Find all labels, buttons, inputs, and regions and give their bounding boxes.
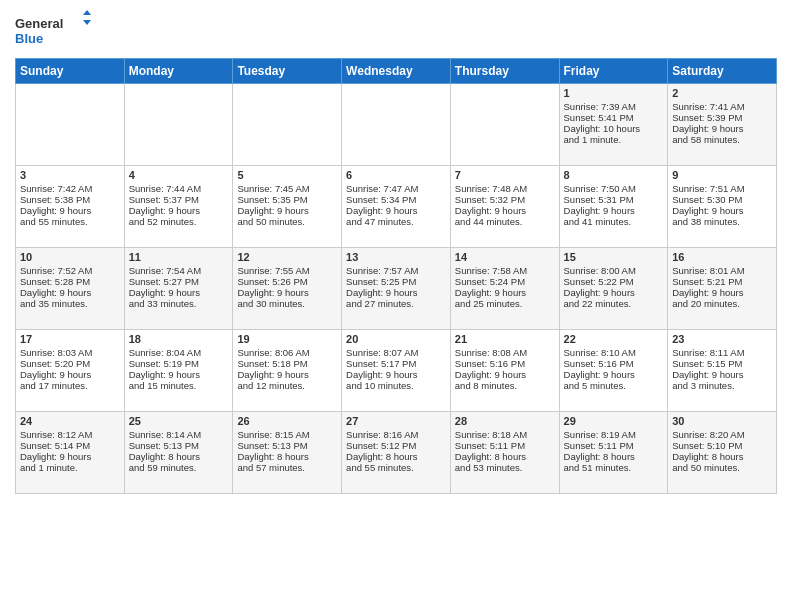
day-info-line: Sunrise: 8:07 AM [346, 347, 446, 358]
day-info-line: and 44 minutes. [455, 216, 555, 227]
day-info-line: and 57 minutes. [237, 462, 337, 473]
day-number: 29 [564, 415, 664, 427]
calendar-cell: 4Sunrise: 7:44 AMSunset: 5:37 PMDaylight… [124, 166, 233, 248]
day-info-line: Daylight: 9 hours [564, 287, 664, 298]
day-info-line: Daylight: 9 hours [672, 205, 772, 216]
calendar-cell [233, 84, 342, 166]
day-info-line: Sunrise: 8:10 AM [564, 347, 664, 358]
day-number: 18 [129, 333, 229, 345]
calendar-week-row: 3Sunrise: 7:42 AMSunset: 5:38 PMDaylight… [16, 166, 777, 248]
day-info-line: and 50 minutes. [672, 462, 772, 473]
weekday-header-row: SundayMondayTuesdayWednesdayThursdayFrid… [16, 59, 777, 84]
day-info-line: Sunrise: 7:48 AM [455, 183, 555, 194]
day-info-line: Daylight: 9 hours [346, 287, 446, 298]
weekday-header: Sunday [16, 59, 125, 84]
day-info-line: Daylight: 9 hours [237, 287, 337, 298]
day-number: 4 [129, 169, 229, 181]
calendar-cell: 6Sunrise: 7:47 AMSunset: 5:34 PMDaylight… [342, 166, 451, 248]
day-info-line: Sunrise: 8:15 AM [237, 429, 337, 440]
calendar-cell: 14Sunrise: 7:58 AMSunset: 5:24 PMDayligh… [450, 248, 559, 330]
calendar-cell: 30Sunrise: 8:20 AMSunset: 5:10 PMDayligh… [668, 412, 777, 494]
day-info-line: and 15 minutes. [129, 380, 229, 391]
weekday-header: Wednesday [342, 59, 451, 84]
day-info-line: Daylight: 9 hours [20, 369, 120, 380]
day-info-line: Sunset: 5:24 PM [455, 276, 555, 287]
day-info-line: Sunrise: 8:08 AM [455, 347, 555, 358]
calendar-cell: 1Sunrise: 7:39 AMSunset: 5:41 PMDaylight… [559, 84, 668, 166]
day-info-line: Sunset: 5:20 PM [20, 358, 120, 369]
day-info-line: Daylight: 9 hours [672, 369, 772, 380]
day-number: 5 [237, 169, 337, 181]
day-number: 3 [20, 169, 120, 181]
day-info-line: Sunset: 5:38 PM [20, 194, 120, 205]
day-info-line: Sunset: 5:19 PM [129, 358, 229, 369]
logo-svg: General Blue [15, 10, 95, 50]
day-info-line: Sunrise: 7:51 AM [672, 183, 772, 194]
day-info-line: Sunrise: 7:58 AM [455, 265, 555, 276]
day-info-line: Daylight: 9 hours [237, 369, 337, 380]
calendar-cell: 18Sunrise: 8:04 AMSunset: 5:19 PMDayligh… [124, 330, 233, 412]
day-info-line: Sunrise: 8:01 AM [672, 265, 772, 276]
day-info-line: Sunrise: 7:50 AM [564, 183, 664, 194]
calendar-cell: 25Sunrise: 8:14 AMSunset: 5:13 PMDayligh… [124, 412, 233, 494]
day-info-line: Daylight: 8 hours [672, 451, 772, 462]
day-info-line: Daylight: 9 hours [564, 369, 664, 380]
day-info-line: Sunset: 5:26 PM [237, 276, 337, 287]
day-info-line: and 55 minutes. [346, 462, 446, 473]
calendar-cell: 8Sunrise: 7:50 AMSunset: 5:31 PMDaylight… [559, 166, 668, 248]
day-number: 13 [346, 251, 446, 263]
day-number: 22 [564, 333, 664, 345]
day-info-line: and 47 minutes. [346, 216, 446, 227]
calendar-cell: 5Sunrise: 7:45 AMSunset: 5:35 PMDaylight… [233, 166, 342, 248]
calendar-cell: 12Sunrise: 7:55 AMSunset: 5:26 PMDayligh… [233, 248, 342, 330]
calendar-cell [342, 84, 451, 166]
day-number: 15 [564, 251, 664, 263]
calendar-cell: 3Sunrise: 7:42 AMSunset: 5:38 PMDaylight… [16, 166, 125, 248]
weekday-header: Tuesday [233, 59, 342, 84]
day-info-line: and 1 minute. [20, 462, 120, 473]
day-number: 20 [346, 333, 446, 345]
day-info-line: Sunset: 5:22 PM [564, 276, 664, 287]
day-info-line: and 22 minutes. [564, 298, 664, 309]
day-number: 17 [20, 333, 120, 345]
day-number: 14 [455, 251, 555, 263]
day-info-line: Sunrise: 8:12 AM [20, 429, 120, 440]
day-info-line: and 8 minutes. [455, 380, 555, 391]
day-info-line: Sunrise: 7:44 AM [129, 183, 229, 194]
svg-text:Blue: Blue [15, 31, 43, 46]
calendar-cell: 20Sunrise: 8:07 AMSunset: 5:17 PMDayligh… [342, 330, 451, 412]
day-info-line: and 33 minutes. [129, 298, 229, 309]
day-info-line: Sunset: 5:11 PM [455, 440, 555, 451]
calendar-cell: 27Sunrise: 8:16 AMSunset: 5:12 PMDayligh… [342, 412, 451, 494]
day-info-line: Sunrise: 8:03 AM [20, 347, 120, 358]
day-info-line: and 55 minutes. [20, 216, 120, 227]
day-info-line: and 1 minute. [564, 134, 664, 145]
day-info-line: Sunrise: 8:00 AM [564, 265, 664, 276]
day-info-line: and 27 minutes. [346, 298, 446, 309]
day-info-line: Sunset: 5:12 PM [346, 440, 446, 451]
day-info-line: Daylight: 9 hours [129, 287, 229, 298]
day-info-line: Daylight: 9 hours [346, 205, 446, 216]
page-header: General Blue [15, 10, 777, 50]
day-info-line: Daylight: 9 hours [346, 369, 446, 380]
calendar-cell: 13Sunrise: 7:57 AMSunset: 5:25 PMDayligh… [342, 248, 451, 330]
day-info-line: Sunrise: 7:45 AM [237, 183, 337, 194]
day-info-line: and 38 minutes. [672, 216, 772, 227]
day-info-line: Daylight: 8 hours [129, 451, 229, 462]
day-info-line: Daylight: 10 hours [564, 123, 664, 134]
day-info-line: Sunset: 5:15 PM [672, 358, 772, 369]
day-info-line: Sunset: 5:32 PM [455, 194, 555, 205]
calendar-cell: 9Sunrise: 7:51 AMSunset: 5:30 PMDaylight… [668, 166, 777, 248]
calendar-cell: 10Sunrise: 7:52 AMSunset: 5:28 PMDayligh… [16, 248, 125, 330]
weekday-header: Thursday [450, 59, 559, 84]
calendar-cell: 22Sunrise: 8:10 AMSunset: 5:16 PMDayligh… [559, 330, 668, 412]
day-info-line: and 12 minutes. [237, 380, 337, 391]
day-number: 9 [672, 169, 772, 181]
day-number: 7 [455, 169, 555, 181]
day-info-line: Sunset: 5:13 PM [237, 440, 337, 451]
day-info-line: Sunrise: 7:42 AM [20, 183, 120, 194]
day-number: 21 [455, 333, 555, 345]
day-number: 2 [672, 87, 772, 99]
weekday-header: Monday [124, 59, 233, 84]
calendar-cell: 11Sunrise: 7:54 AMSunset: 5:27 PMDayligh… [124, 248, 233, 330]
